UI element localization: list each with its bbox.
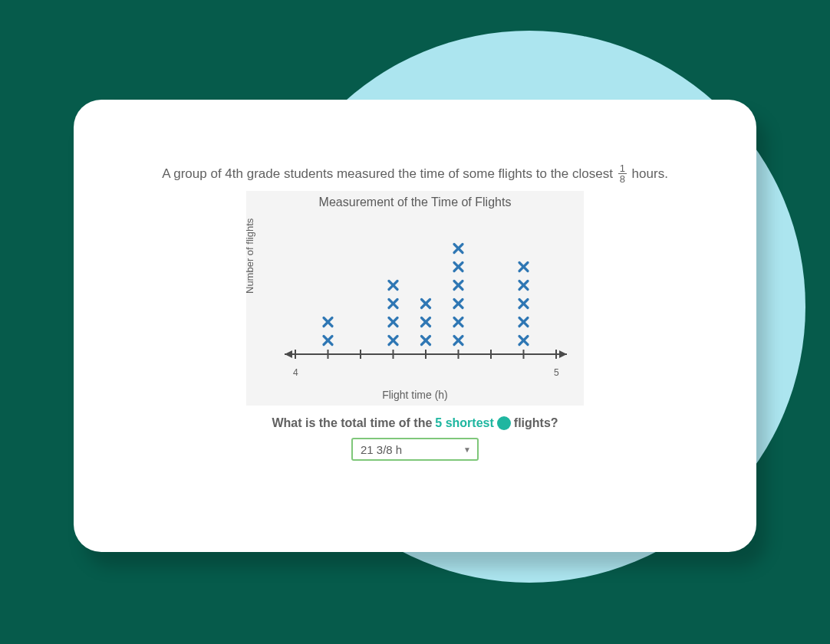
y-axis-label: Number of flights xyxy=(244,219,255,294)
x-tick-start: 4 xyxy=(293,367,298,378)
fraction-numerator: 1 xyxy=(618,163,627,174)
intro-text-2: hours. xyxy=(632,166,668,181)
answer-select-value: 21 3/8 h xyxy=(361,443,402,456)
problem-intro: A group of 4th grade students measured t… xyxy=(162,164,668,185)
question-text: What is the total time of the 5 shortest… xyxy=(272,416,558,430)
highlight-dot-icon xyxy=(497,416,511,430)
question-prefix: What is the total time of the xyxy=(272,416,432,430)
question-suffix: flights? xyxy=(514,416,558,430)
answer-select[interactable]: 21 3/8 h ▼ xyxy=(351,438,479,461)
x-tick-end: 5 xyxy=(554,367,559,378)
fraction-one-eighth: 1 8 xyxy=(618,163,627,184)
x-axis-label: Flight time (h) xyxy=(246,389,584,401)
chevron-down-icon: ▼ xyxy=(463,445,471,454)
svg-marker-2 xyxy=(559,350,567,358)
tablet-frame: A group of 4th grade students measured t… xyxy=(74,100,756,552)
chart-svg xyxy=(277,212,576,381)
fraction-denominator: 8 xyxy=(618,174,627,184)
chart-title: Measurement of the Time of Flights xyxy=(246,196,584,209)
dot-plot: Measurement of the Time of Flights Numbe… xyxy=(246,191,584,406)
question-highlight: 5 shortest xyxy=(435,416,493,430)
intro-text-1: A group of 4th grade students measured t… xyxy=(162,166,617,181)
svg-marker-1 xyxy=(285,350,292,358)
